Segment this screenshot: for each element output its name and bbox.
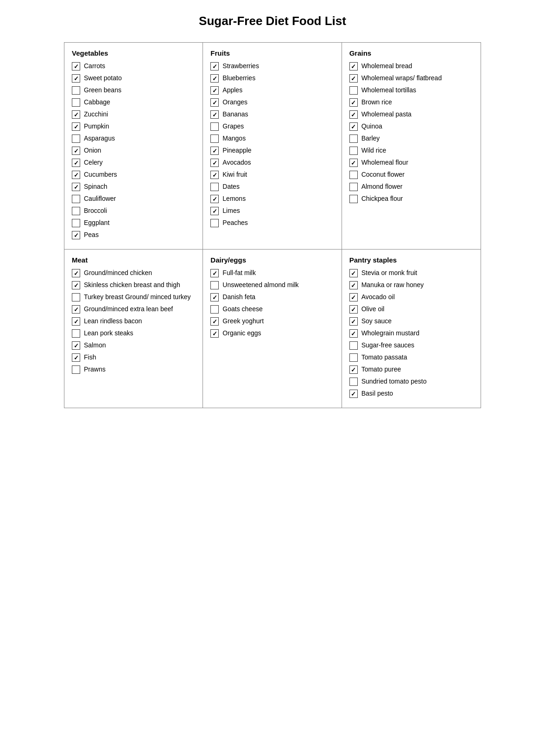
list-item[interactable]: Full-fat milk	[210, 269, 334, 277]
checked-checkbox[interactable]	[72, 317, 80, 326]
list-item[interactable]: Peaches	[210, 218, 334, 227]
list-item[interactable]: Stevia or monk fruit	[349, 269, 473, 277]
checked-checkbox[interactable]	[210, 317, 219, 326]
checked-checkbox[interactable]	[72, 159, 80, 167]
list-item[interactable]: Organic eggs	[210, 329, 334, 338]
checked-checkbox[interactable]	[210, 159, 219, 167]
unchecked-checkbox[interactable]	[349, 183, 358, 191]
list-item[interactable]: Pineapple	[210, 146, 334, 155]
list-item[interactable]: Tomato puree	[349, 365, 473, 374]
list-item[interactable]: Cauliflower	[72, 194, 195, 203]
list-item[interactable]: Cucumbers	[72, 170, 195, 179]
unchecked-checkbox[interactable]	[349, 147, 358, 155]
list-item[interactable]: Quinoa	[349, 122, 473, 131]
list-item[interactable]: Unsweetened almond milk	[210, 281, 334, 289]
list-item[interactable]: Broccoli	[72, 206, 195, 215]
unchecked-checkbox[interactable]	[72, 207, 80, 215]
checked-checkbox[interactable]	[72, 110, 80, 119]
unchecked-checkbox[interactable]	[72, 135, 80, 143]
list-item[interactable]: Mangos	[210, 134, 334, 143]
checked-checkbox[interactable]	[72, 231, 80, 239]
unchecked-checkbox[interactable]	[210, 183, 219, 191]
list-item[interactable]: Coconut flower	[349, 170, 473, 179]
list-item[interactable]: Avocados	[210, 158, 334, 167]
checked-checkbox[interactable]	[72, 147, 80, 155]
checked-checkbox[interactable]	[72, 353, 80, 362]
list-item[interactable]: Tomato passata	[349, 353, 473, 362]
checked-checkbox[interactable]	[72, 62, 80, 70]
list-item[interactable]: Sugar-free sauces	[349, 341, 473, 350]
unchecked-checkbox[interactable]	[349, 86, 358, 95]
list-item[interactable]: Lean pork steaks	[72, 329, 195, 338]
list-item[interactable]: Greek yoghurt	[210, 317, 334, 326]
list-item[interactable]: Spinach	[72, 182, 195, 191]
checked-checkbox[interactable]	[349, 74, 358, 83]
list-item[interactable]: Goats cheese	[210, 305, 334, 314]
checked-checkbox[interactable]	[210, 110, 219, 119]
checked-checkbox[interactable]	[72, 269, 80, 277]
unchecked-checkbox[interactable]	[72, 195, 80, 203]
list-item[interactable]: Green beans	[72, 86, 195, 95]
checked-checkbox[interactable]	[349, 293, 358, 301]
checked-checkbox[interactable]	[349, 62, 358, 70]
checked-checkbox[interactable]	[349, 159, 358, 167]
list-item[interactable]: Skinless chicken breast and thigh	[72, 281, 195, 289]
list-item[interactable]: Soy sauce	[349, 317, 473, 326]
list-item[interactable]: Pumpkin	[72, 122, 195, 131]
list-item[interactable]: Wholemeal pasta	[349, 110, 473, 119]
list-item[interactable]: Sweet potato	[72, 74, 195, 83]
checked-checkbox[interactable]	[349, 281, 358, 289]
unchecked-checkbox[interactable]	[349, 378, 358, 386]
unchecked-checkbox[interactable]	[210, 281, 219, 289]
checked-checkbox[interactable]	[210, 74, 219, 83]
checked-checkbox[interactable]	[210, 147, 219, 155]
checked-checkbox[interactable]	[72, 171, 80, 179]
checked-checkbox[interactable]	[210, 207, 219, 215]
unchecked-checkbox[interactable]	[349, 353, 358, 362]
checked-checkbox[interactable]	[349, 390, 358, 398]
list-item[interactable]: Bananas	[210, 110, 334, 119]
checked-checkbox[interactable]	[349, 122, 358, 131]
checked-checkbox[interactable]	[72, 305, 80, 314]
list-item[interactable]: Ground/minced chicken	[72, 269, 195, 277]
list-item[interactable]: Turkey breast Ground/ minced turkey	[72, 293, 195, 301]
list-item[interactable]: Wholemeal flour	[349, 158, 473, 167]
list-item[interactable]: Danish feta	[210, 293, 334, 301]
list-item[interactable]: Wholegrain mustard	[349, 329, 473, 338]
checked-checkbox[interactable]	[210, 62, 219, 70]
unchecked-checkbox[interactable]	[349, 135, 358, 143]
list-item[interactable]: Apples	[210, 86, 334, 95]
unchecked-checkbox[interactable]	[210, 122, 219, 131]
checked-checkbox[interactable]	[349, 365, 358, 374]
list-item[interactable]: Wholemeal bread	[349, 62, 473, 70]
list-item[interactable]: Avocado oil	[349, 293, 473, 301]
list-item[interactable]: Ground/minced extra lean beef	[72, 305, 195, 314]
list-item[interactable]: Grapes	[210, 122, 334, 131]
list-item[interactable]: Lemons	[210, 194, 334, 203]
list-item[interactable]: Prawns	[72, 365, 195, 374]
list-item[interactable]: Limes	[210, 206, 334, 215]
list-item[interactable]: Kiwi fruit	[210, 170, 334, 179]
checked-checkbox[interactable]	[349, 110, 358, 119]
list-item[interactable]: Wild rice	[349, 146, 473, 155]
checked-checkbox[interactable]	[72, 74, 80, 83]
list-item[interactable]: Lean rindless bacon	[72, 317, 195, 326]
unchecked-checkbox[interactable]	[349, 195, 358, 203]
checked-checkbox[interactable]	[349, 317, 358, 326]
list-item[interactable]: Strawberries	[210, 62, 334, 70]
checked-checkbox[interactable]	[72, 341, 80, 350]
unchecked-checkbox[interactable]	[72, 329, 80, 338]
unchecked-checkbox[interactable]	[349, 341, 358, 350]
list-item[interactable]: Eggplant	[72, 218, 195, 227]
list-item[interactable]: Basil pesto	[349, 389, 473, 398]
list-item[interactable]: Dates	[210, 182, 334, 191]
checked-checkbox[interactable]	[349, 305, 358, 314]
checked-checkbox[interactable]	[72, 122, 80, 131]
checked-checkbox[interactable]	[349, 269, 358, 277]
list-item[interactable]: Almond flower	[349, 182, 473, 191]
list-item[interactable]: Wholemeal tortillas	[349, 86, 473, 95]
unchecked-checkbox[interactable]	[210, 305, 219, 314]
list-item[interactable]: Blueberries	[210, 74, 334, 83]
checked-checkbox[interactable]	[210, 98, 219, 107]
unchecked-checkbox[interactable]	[349, 171, 358, 179]
